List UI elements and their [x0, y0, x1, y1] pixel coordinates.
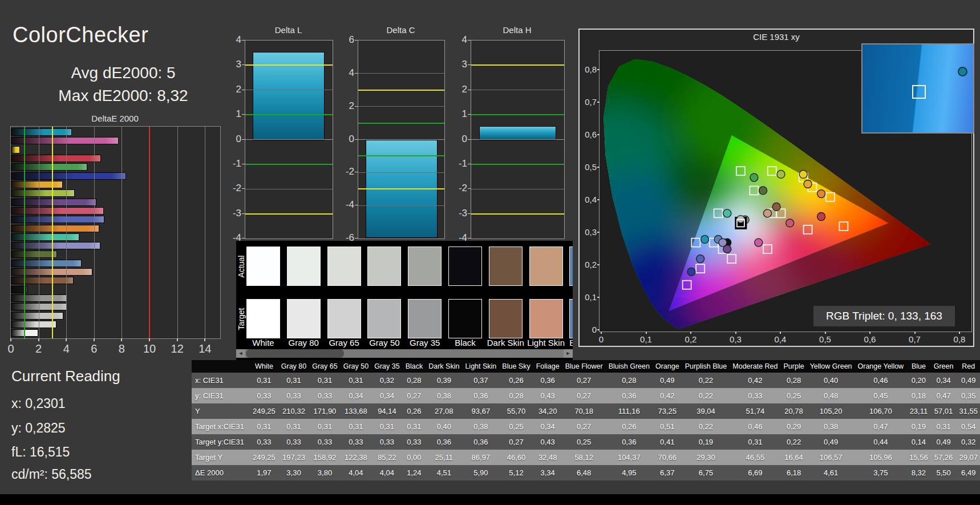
table-cell: 94,14	[371, 403, 402, 419]
table-cell: 0,44	[855, 434, 907, 450]
delta_l-ylabel--1: -1	[226, 158, 241, 169]
cie-y-tick	[597, 102, 600, 103]
cie-measured-point	[759, 187, 767, 195]
cie-x-label-0,1: 0,1	[635, 334, 658, 344]
table-cell: 0,27	[562, 373, 606, 388]
table-cell: 0,20	[906, 373, 931, 388]
delta_h-line-0	[471, 139, 564, 140]
table-cell: 6,75	[682, 465, 730, 480]
cie-y-label-0,4: 0,4	[580, 195, 597, 204]
delta_l-line-2	[245, 90, 333, 90]
table-cell: 0,32	[371, 373, 402, 388]
deltae-axis-tick	[10, 338, 11, 341]
table-row-label: x: CIE31	[192, 373, 250, 388]
deltae-bar-magenta	[11, 137, 119, 144]
cie-x-tick	[959, 332, 960, 334]
delta_c-line-4	[358, 73, 444, 74]
deltae-axis-tick	[149, 338, 150, 341]
delta_h-ylabel-0: 0	[452, 134, 467, 145]
cie-x-tick	[914, 332, 916, 334]
deltae-axis-label-8: 8	[110, 342, 133, 355]
table-cell: 0,28	[606, 373, 653, 388]
table-cell: 58,12	[562, 450, 606, 465]
cie-measured-point	[817, 190, 825, 198]
table-cell: 29,07	[956, 450, 980, 465]
cie-y-label-0,7: 0,7	[580, 97, 597, 107]
table-col-header-orange: Orange	[653, 360, 682, 373]
table-cell: 0,36	[462, 388, 499, 403]
current-reading-fl: fL: 16,515	[11, 445, 70, 460]
table-cell: 0,36	[462, 434, 499, 450]
cie-measured-point	[817, 213, 825, 221]
cie-measured-point	[804, 180, 812, 188]
delta_h-line-1	[471, 114, 564, 115]
delta_h-ytick	[468, 64, 471, 65]
deltae2000-chart	[10, 126, 221, 339]
table-cell: 0,31	[730, 434, 780, 450]
deltae-axis-tick	[66, 338, 67, 341]
cie-x-tick	[825, 332, 826, 334]
cie-measured-point	[786, 219, 794, 227]
reference-line	[149, 127, 150, 338]
table-cell: 73,25	[653, 403, 682, 419]
target-swatch-black	[448, 299, 482, 338]
table-col-header-gray-80: Gray 80	[278, 360, 309, 373]
cie-y-label-0,2: 0,2	[580, 260, 597, 269]
cie-measured-point	[772, 203, 780, 211]
delta_l-line--3	[245, 213, 333, 215]
cie-y-tick	[597, 134, 600, 135]
delta_c-ylabel--2: -2	[339, 166, 354, 177]
deltae-bar-cyan	[11, 128, 72, 136]
table-cell: 0,38	[462, 419, 499, 434]
table-cell: 1,24	[403, 465, 426, 480]
cie-zoom-inset	[861, 43, 974, 134]
delta_h-ylabel--3: -3	[452, 208, 467, 219]
table-col-header-blue-flower: Blue Flower	[562, 360, 606, 373]
table-cell: 0,33	[371, 434, 402, 450]
table-cell: 0,28	[403, 373, 426, 388]
table-cell: 0,49	[807, 434, 855, 450]
cie-y-label-0,8: 0,8	[580, 64, 597, 74]
gridline-2	[39, 127, 39, 338]
table-cell: 0,26	[606, 419, 653, 434]
table-cell: 0,29	[781, 419, 807, 434]
delta_h-title: Delta H	[471, 25, 564, 35]
scroll-right-arrow-icon[interactable]: ►	[564, 349, 573, 358]
table-cell: 0,26	[403, 403, 426, 419]
table-cell: 55,70	[499, 403, 533, 419]
scrollbar-thumb[interactable]	[246, 349, 344, 358]
delta_h-ylabel-1: 1	[452, 108, 467, 120]
table-cell: 34,20	[533, 403, 562, 419]
current-reading-y: y: 0,2825	[11, 421, 66, 436]
table-cell: 15,56	[906, 450, 931, 465]
table-cell: 31,55	[956, 403, 980, 419]
cie-measured-point	[723, 245, 731, 253]
table-cell: 27,08	[426, 403, 462, 419]
reference-line	[24, 127, 25, 338]
table-row-label: Target Y	[192, 450, 250, 465]
swatch-scrollbar[interactable]: ◄ ►	[236, 349, 573, 358]
delta_h-ytick	[468, 114, 471, 115]
table-cell: 4,04	[341, 465, 371, 480]
table-cell: 0,49	[653, 373, 682, 388]
delta_c-ytick	[355, 40, 358, 41]
table-cell: 0,14	[906, 434, 931, 450]
delta_l-ytick	[242, 139, 245, 140]
cie-measured-point	[687, 268, 695, 276]
table-cell: 0,33	[730, 388, 780, 403]
table-cell: 0,33	[278, 434, 309, 450]
scroll-left-arrow-icon[interactable]: ◄	[236, 349, 245, 358]
delta_l-ytick	[242, 188, 245, 189]
table-cell: 0,31	[278, 419, 309, 434]
delta_l-line-3	[245, 64, 333, 66]
table-cell: 57,26	[931, 450, 957, 465]
deltae-axis-label-2: 2	[27, 342, 50, 355]
cie-y-label-0,3: 0,3	[580, 227, 597, 237]
inset-measured-dot	[958, 67, 967, 76]
delta_l-line-0	[245, 139, 333, 140]
delta_l-line-1	[245, 114, 333, 115]
table-cell: 70,18	[562, 403, 606, 419]
table-cell: 133,68	[341, 403, 371, 419]
delta_l-ytick	[242, 40, 245, 41]
table-cell: 0,42	[653, 388, 682, 403]
